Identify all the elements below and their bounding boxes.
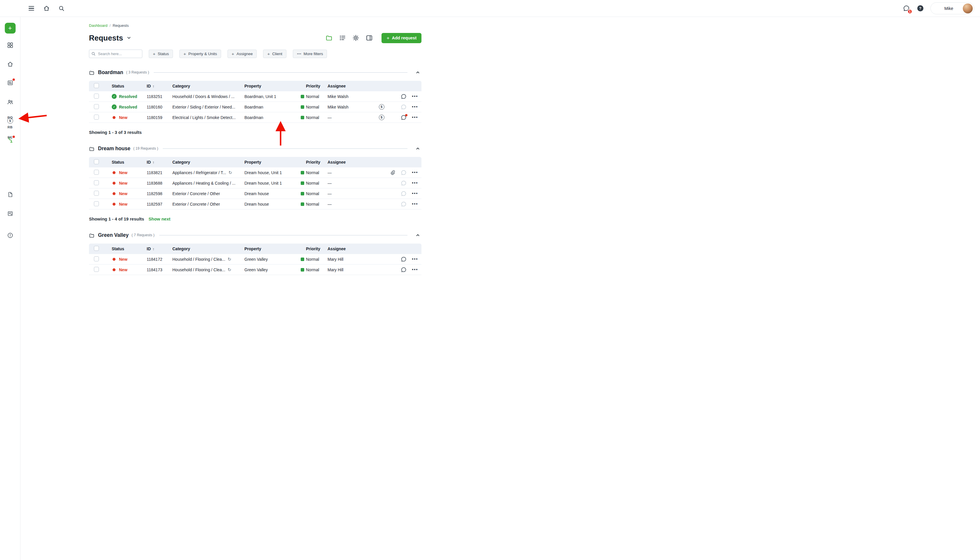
row-menu-icon: ⋯ xyxy=(412,192,418,195)
status-label: New xyxy=(119,181,127,185)
row-checkbox[interactable] xyxy=(94,170,99,175)
priority-indicator xyxy=(301,116,304,119)
chat-icon[interactable] xyxy=(401,104,407,110)
column-header-assignee: Assignee xyxy=(328,160,375,165)
list-view-icon[interactable] xyxy=(339,34,346,42)
view-tools: + Add request xyxy=(325,33,422,43)
row-checkbox[interactable] xyxy=(94,191,99,196)
request-row[interactable]: New 1183688 Appliances / Heating & Cooli… xyxy=(89,178,422,188)
chat-icon[interactable] xyxy=(401,191,407,197)
request-row[interactable]: New 1182598 Exterior / Concrete / Other … xyxy=(89,188,422,199)
sidebar-item-re[interactable]: RE xyxy=(8,136,13,139)
row-checkbox[interactable] xyxy=(94,93,99,98)
request-row[interactable]: New 1184172 Household / Flooring / Clea.… xyxy=(89,254,422,265)
row-menu-button[interactable]: ⋯ xyxy=(412,192,418,195)
request-assignee: — xyxy=(328,202,375,207)
row-checkbox[interactable] xyxy=(94,104,99,109)
row-checkbox[interactable] xyxy=(94,115,99,120)
notification-dot xyxy=(13,78,15,81)
add-request-button[interactable]: + Add request xyxy=(382,33,422,43)
column-header-status: Status xyxy=(112,247,147,251)
request-category: Electrical / Lights / Smoke Detect... xyxy=(172,115,236,120)
request-row[interactable]: New 1183821 Appliances / Refrigerator / … xyxy=(89,167,422,178)
request-property: Green Valley xyxy=(244,267,301,272)
chat-icon[interactable] xyxy=(401,115,407,120)
columns-layout-icon[interactable] xyxy=(366,34,373,42)
request-property: Dream house, Unit 1 xyxy=(244,170,301,175)
request-id: 1183821 xyxy=(147,170,172,175)
chat-icon[interactable] xyxy=(401,201,407,207)
request-row[interactable]: New 1182597 Exterior / Concrete / Other … xyxy=(89,199,422,209)
sidebar-item-documents[interactable] xyxy=(7,191,14,198)
request-assignee: — xyxy=(328,115,375,120)
request-id: 1182598 xyxy=(147,191,172,196)
column-header-priority: Priority xyxy=(301,247,328,251)
column-header-id[interactable]: ID↑ xyxy=(147,160,172,165)
filter-chip-client[interactable]: + Client xyxy=(263,50,286,58)
select-all-checkbox[interactable] xyxy=(94,246,99,251)
row-menu-button[interactable]: ⋯ xyxy=(412,95,418,98)
filter-chip-assignee[interactable]: + Assignee xyxy=(228,50,257,58)
group-title: Green Valley xyxy=(98,232,128,238)
row-checkbox[interactable] xyxy=(94,180,99,185)
row-checkbox[interactable] xyxy=(94,267,99,272)
chat-icon[interactable] xyxy=(401,170,407,176)
chat-icon[interactable] xyxy=(401,267,407,273)
select-all-checkbox[interactable] xyxy=(94,159,99,164)
priority-indicator xyxy=(301,192,304,195)
row-menu-button[interactable]: ⋯ xyxy=(412,105,418,109)
row-menu-button[interactable]: ⋯ xyxy=(412,257,418,261)
menu-icon[interactable] xyxy=(27,5,35,12)
collapse-group-button[interactable] xyxy=(414,68,422,76)
title-dropdown-button[interactable] xyxy=(126,35,132,40)
row-menu-button[interactable]: ⋯ xyxy=(412,202,418,206)
sidebar-item-people[interactable] xyxy=(7,98,14,106)
request-assignee: Mike Walsh xyxy=(328,105,375,109)
add-new-button[interactable]: + xyxy=(5,23,15,33)
row-menu-button[interactable]: ⋯ xyxy=(412,115,418,119)
column-header-id[interactable]: ID↑ xyxy=(147,247,172,251)
chat-icon[interactable] xyxy=(401,93,407,100)
sidebar-item-alerts[interactable] xyxy=(7,232,14,239)
row-menu-button[interactable]: ⋯ xyxy=(412,181,418,185)
request-group: Boardman ( 3 Requests ) Status ID↑ Categ… xyxy=(89,68,422,135)
table-header: Status ID↑ Category Property Priority As… xyxy=(89,243,422,254)
collapse-group-button[interactable] xyxy=(414,145,422,152)
chat-icon[interactable] xyxy=(401,180,407,186)
search-icon[interactable] xyxy=(58,5,65,12)
settings-gear-icon[interactable] xyxy=(352,34,359,42)
home-icon[interactable] xyxy=(43,5,50,12)
filter-chip-property-units[interactable]: + Property & Units xyxy=(179,50,221,58)
request-row[interactable]: ✓ Resolved 1180160 Exterior / Siding / E… xyxy=(89,102,422,112)
sidebar-item-reports[interactable] xyxy=(7,210,14,217)
request-row[interactable]: New 1184173 Household / Flooring / Clea.… xyxy=(89,265,422,275)
breadcrumb-dashboard[interactable]: Dashboard xyxy=(89,23,108,28)
sidebar-item-news[interactable] xyxy=(7,79,14,86)
sidebar-item-rb[interactable]: RB xyxy=(8,125,13,129)
show-next-link[interactable]: Show next xyxy=(148,217,170,222)
select-all-checkbox[interactable] xyxy=(94,83,99,88)
priority-indicator xyxy=(301,258,304,261)
collapse-group-button[interactable] xyxy=(414,231,422,239)
column-header-id[interactable]: ID↑ xyxy=(147,84,172,88)
row-menu-button[interactable]: ⋯ xyxy=(412,171,418,174)
chat-icon[interactable] xyxy=(401,257,407,262)
column-header-property: Property xyxy=(244,160,301,165)
more-filters-chip[interactable]: ⋯ More filters xyxy=(293,50,327,58)
dots-icon: ⋯ xyxy=(297,52,301,56)
group-header: Dream house ( 19 Requests ) xyxy=(89,145,422,152)
request-row[interactable]: ✓ Resolved 1183251 Household / Doors & W… xyxy=(89,91,422,102)
row-checkbox[interactable] xyxy=(94,201,99,206)
search-input[interactable] xyxy=(89,50,142,58)
sidebar-item-properties[interactable] xyxy=(7,61,14,68)
row-checkbox[interactable] xyxy=(94,257,99,261)
sidebar-item-rq[interactable]: RQ xyxy=(7,116,13,119)
row-menu-button[interactable]: ⋯ xyxy=(412,268,418,272)
filter-chip-status[interactable]: + Status xyxy=(149,50,173,58)
group-view-icon[interactable] xyxy=(325,34,332,42)
request-row[interactable]: New 1180159 Electrical / Lights / Smoke … xyxy=(89,112,422,123)
sidebar-item-dashboard[interactable] xyxy=(7,42,14,49)
title-row: Requests xyxy=(89,32,422,44)
status-label: New xyxy=(119,170,127,175)
priority-label: Normal xyxy=(306,94,319,99)
